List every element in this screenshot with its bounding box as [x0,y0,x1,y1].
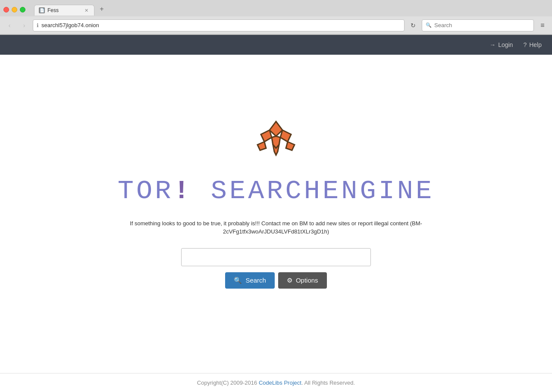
browser-chrome: 📄 Fess ✕ + ‹ › ℹ ↻ 🔍 ≡ [0,0,552,35]
title-part1: Tor [118,176,174,206]
login-icon: → [489,41,496,48]
reload-button[interactable]: ↻ [407,19,419,31]
search-area: 🔍 Search ⚙ Options [0,248,552,289]
maximize-button[interactable] [20,7,25,12]
svg-marker-6 [286,142,295,150]
site-logo [248,114,304,165]
active-tab[interactable]: 📄 Fess ✕ [34,5,94,16]
tab-favicon: 📄 [39,7,45,13]
back-button[interactable]: ‹ [3,19,16,31]
window-controls [3,7,25,12]
help-label: Help [529,41,542,48]
title-exclamation: ! [173,176,192,206]
options-icon: ⚙ [287,277,292,284]
options-button-label: Options [296,277,318,284]
site-title: Tor! SearchEngine [118,176,435,206]
footer-link[interactable]: CodeLibs Project [259,380,301,386]
toolbar: ‹ › ℹ ↻ 🔍 ≡ [0,16,552,34]
address-bar: ℹ [33,19,405,31]
title-part2: SearchEngine [211,176,434,206]
help-icon: ? [523,41,527,48]
main-content: Tor! SearchEngine If something looks to … [0,55,552,373]
options-button[interactable]: ⚙ Options [278,272,327,289]
svg-marker-5 [257,142,266,150]
footer-copyright: Copyright(C) 2009-2016 [197,380,259,386]
footer-suffix: . All Rights Reserved. [301,380,355,386]
search-button[interactable]: 🔍 Search [225,272,275,289]
logo-container [248,114,304,167]
browser-search-icon: 🔍 [426,22,432,28]
title-bar: 📄 Fess ✕ + [0,0,552,16]
svg-marker-0 [270,121,282,136]
browser-menu-button[interactable]: ≡ [536,19,549,31]
tab-title: Fess [47,7,80,13]
browser-search-bar: 🔍 [422,19,534,31]
site-footer: Copyright(C) 2009-2016 CodeLibs Project.… [0,373,552,392]
forward-button[interactable]: › [18,19,30,31]
help-link[interactable]: ? Help [523,41,542,48]
close-button[interactable] [3,7,9,12]
tab-bar: 📄 Fess ✕ + [34,3,549,16]
address-input[interactable] [41,22,401,28]
button-row: 🔍 Search ⚙ Options [225,272,326,289]
main-search-input[interactable] [181,248,371,266]
search-button-icon: 🔍 [234,277,242,284]
info-icon: ℹ [37,22,39,28]
login-label: Login [498,41,513,48]
search-button-label: Search [245,277,266,284]
browser-search-input[interactable] [434,22,530,28]
svg-marker-2 [280,130,291,142]
new-tab-button[interactable]: + [96,3,107,15]
login-link[interactable]: → Login [489,41,513,48]
svg-marker-1 [261,130,272,142]
site-subtitle: If something looks to good to be true, i… [112,219,440,236]
tab-close-button[interactable]: ✕ [83,7,90,14]
minimize-button[interactable] [12,7,17,12]
site-navbar: → Login ? Help [0,35,552,55]
